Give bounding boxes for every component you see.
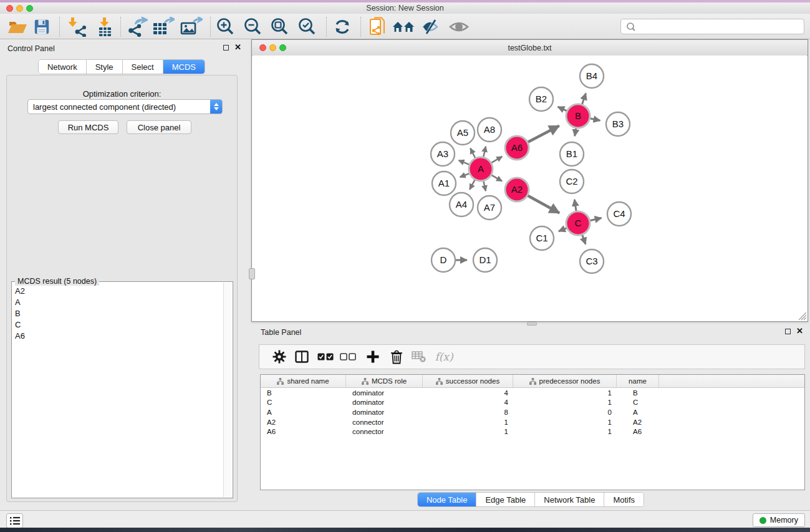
- zoom-in-button[interactable]: [213, 16, 238, 38]
- zoom-fit-button[interactable]: [268, 16, 292, 38]
- graph-edge-A-A5[interactable]: [470, 148, 475, 158]
- table-row[interactable]: Adominator80A: [261, 407, 804, 417]
- column-header-shared-name[interactable]: shared name: [261, 375, 346, 387]
- result-item[interactable]: C: [12, 319, 224, 330]
- panel-divider-grip[interactable]: [249, 268, 255, 279]
- column-header-MCDS-role[interactable]: MCDS role: [346, 375, 423, 387]
- refresh-icon: [333, 17, 352, 36]
- column-type-icon: [362, 378, 369, 385]
- column-header-predecessor-nodes[interactable]: predecessor nodes: [513, 375, 617, 387]
- hide-graphics-details-button[interactable]: [418, 16, 443, 38]
- run-mcds-button[interactable]: Run MCDS: [58, 120, 118, 134]
- home-button[interactable]: [391, 16, 416, 38]
- table-settings-button[interactable]: [268, 345, 291, 369]
- column-header-name[interactable]: name: [617, 375, 659, 387]
- node-table[interactable]: shared nameMCDS rolesuccessor nodesprede…: [260, 374, 805, 490]
- result-scrollbar[interactable]: [223, 283, 232, 497]
- graph-edge-C-C3[interactable]: [582, 235, 586, 244]
- graph-edge-A-A7[interactable]: [483, 181, 486, 191]
- delete-column-button[interactable]: [385, 345, 408, 369]
- delete-table-button[interactable]: [408, 345, 430, 369]
- deselect-all-button[interactable]: [337, 345, 359, 369]
- export-table-button[interactable]: [151, 16, 176, 38]
- control-panel-close-button[interactable]: ✕: [234, 44, 241, 51]
- save-session-button[interactable]: [29, 16, 54, 38]
- export-network-button[interactable]: [125, 16, 150, 38]
- graph-edge-B-B2[interactable]: [558, 107, 567, 111]
- trash-icon: [390, 350, 403, 364]
- unchecked-boxes-icon: [340, 353, 356, 360]
- import-network-button[interactable]: [64, 16, 89, 38]
- column-type-icon: [436, 378, 443, 385]
- result-item[interactable]: A6: [12, 330, 224, 341]
- open-file-button[interactable]: [5, 16, 30, 38]
- mcds-result-box: MCDS result (5 nodes) A2ABCA6: [11, 281, 233, 498]
- table-panel-float-button[interactable]: [785, 329, 791, 334]
- graph-edge-A-A6[interactable]: [491, 157, 502, 163]
- table-cell: dominator: [346, 389, 423, 397]
- result-item[interactable]: B: [12, 307, 224, 319]
- table-panel-tabs: Node TableEdge TableNetwork TableMotifs: [251, 492, 810, 507]
- table-row[interactable]: Cdominator41C: [261, 398, 804, 408]
- create-column-button[interactable]: [362, 345, 384, 369]
- table-row[interactable]: A6connector11A6: [261, 427, 804, 437]
- search-input[interactable]: [640, 22, 804, 32]
- search-field[interactable]: [620, 19, 804, 34]
- tab-edge-table[interactable]: Edge Table: [476, 493, 535, 506]
- graph-edge-A-A8[interactable]: [483, 147, 486, 158]
- show-column-button[interactable]: [291, 345, 313, 369]
- application-window: Session: New Session: [0, 0, 810, 532]
- export-image-button[interactable]: [179, 16, 204, 38]
- graph-edge-A-A1[interactable]: [460, 173, 470, 177]
- network-canvas[interactable]: B4B2BB3A5A8A6A3B1AC2A1A2A4A7C4CC1C3DD1: [253, 56, 807, 321]
- graph-node-label: B1: [566, 148, 577, 159]
- graph-edge-B-B3[interactable]: [590, 118, 600, 120]
- show-panels-button[interactable]: [6, 513, 23, 528]
- tab-select[interactable]: Select: [123, 60, 163, 74]
- table-row[interactable]: A2connector11A2: [261, 417, 804, 427]
- result-item[interactable]: A2: [12, 285, 224, 296]
- refresh-button[interactable]: [330, 16, 355, 38]
- close-panel-button[interactable]: Close panel: [127, 120, 191, 134]
- table-panel-close-button[interactable]: ✕: [796, 328, 803, 334]
- result-item[interactable]: A: [12, 296, 224, 307]
- function-builder-button[interactable]: f(x): [433, 345, 455, 369]
- save-icon: [33, 18, 51, 36]
- graph-edge-C-C1[interactable]: [559, 228, 567, 231]
- memory-button[interactable]: Memory: [753, 513, 805, 527]
- show-graphics-details-button[interactable]: [446, 16, 471, 38]
- status-bar: Memory: [0, 510, 810, 528]
- graph-edge-B-B1[interactable]: [575, 128, 576, 136]
- graph-edge-A2-C[interactable]: [528, 195, 559, 213]
- new-network-from-selection-button[interactable]: [365, 16, 390, 38]
- network-window-titlebar[interactable]: testGlobe.txt: [252, 40, 808, 56]
- graph-edge-C-C4[interactable]: [590, 218, 602, 220]
- graph-edge-A6-B[interactable]: [528, 126, 559, 142]
- column-header-successor-nodes[interactable]: successor nodes: [423, 375, 513, 387]
- graph-edge-A-A2[interactable]: [491, 175, 503, 181]
- table-row[interactable]: Bdominator41B: [261, 388, 804, 398]
- tab-network[interactable]: Network: [39, 60, 87, 74]
- zoom-out-button[interactable]: [241, 16, 266, 38]
- graph-edge-C-C2[interactable]: [574, 200, 576, 211]
- graph-edge-A-A3[interactable]: [459, 160, 470, 165]
- network-graph: B4B2BB3A5A8A6A3B1AC2A1A2A4A7C4CC1C3DD1: [253, 56, 807, 321]
- select-all-button[interactable]: [314, 345, 337, 369]
- tab-node-table[interactable]: Node Table: [418, 493, 477, 506]
- tab-mcds[interactable]: MCDS: [163, 60, 205, 74]
- graph-edge-B-B4[interactable]: [582, 94, 586, 105]
- resize-grip-icon[interactable]: [798, 312, 806, 320]
- table-body: Bdominator41BCdominator41CAdominator80AA…: [261, 388, 804, 437]
- mcds-panel: Optimization criterion: largest connecte…: [6, 75, 238, 502]
- control-panel-float-button[interactable]: [223, 45, 229, 51]
- optimization-criterion-select[interactable]: largest connected component (directed): [27, 99, 223, 114]
- tab-style[interactable]: Style: [87, 60, 123, 74]
- mcds-result-list[interactable]: A2ABCA6: [12, 285, 224, 497]
- export-table-icon: [152, 17, 175, 37]
- optimization-criterion-label: Optimization criterion:: [7, 89, 237, 99]
- zoom-selected-button[interactable]: [295, 16, 320, 38]
- import-table-button[interactable]: [92, 16, 117, 38]
- graph-edge-A-A4[interactable]: [470, 180, 475, 190]
- tab-network-table[interactable]: Network Table: [535, 493, 604, 506]
- tab-motifs[interactable]: Motifs: [604, 493, 644, 506]
